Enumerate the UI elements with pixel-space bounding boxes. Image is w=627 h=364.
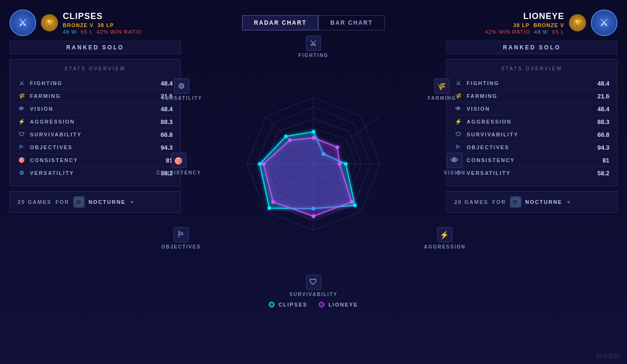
farming-axis-icon: 🌾	[434, 78, 450, 94]
radar-container: ⚔ FIGHTING 🌾 FARMING 👁 VISION ⚡ AGGRESSI…	[199, 50, 428, 278]
right-stat-aggression: ⚡ AGGRESSION 88.3	[454, 115, 609, 128]
right-games-footer: 20 GAMES FOR 🌑 NOCTURNE ▼	[446, 191, 617, 213]
right-stat-survivability-value: 66.8	[598, 131, 609, 138]
left-stat-versatility: ⚙ VERSATILITY 58.2	[18, 167, 173, 179]
right-stats-box: STATS OVERVIEW ⚔ FIGHTING 48.4 🌾 FARMING…	[446, 59, 617, 186]
svg-point-27	[350, 200, 353, 204]
player1-stats: 48 W 65 L 42% WIN RATIO	[63, 29, 142, 35]
right-stat-objectives: 🏳 OBJECTIVES 94.3	[454, 141, 609, 154]
tab-radar-chart[interactable]: RADAR CHART	[242, 15, 319, 30]
svg-point-30	[262, 162, 265, 166]
legend-player2-label: LIONEYE	[328, 302, 358, 307]
axis-vision: 👁 VISION	[444, 153, 466, 175]
left-stat-versatility-label: VERSATILITY	[30, 170, 74, 176]
player2-section: ⚔ 🏆 LIONEYE 38 LP BRONZE V 42% WIN RATIO…	[485, 10, 617, 36]
right-stat-objectives-label: OBJECTIVES	[467, 144, 509, 150]
left-stat-fighting: ⚔ FIGHTING 48.4	[18, 77, 173, 90]
survivability-icon-left: 🛡	[18, 130, 26, 139]
content-area: RANKED SOLO STATS OVERVIEW ⚔ FIGHTING 48…	[10, 41, 617, 359]
left-ranked-solo-label: RANKED SOLO	[10, 41, 181, 54]
tab-bar-chart[interactable]: BAR CHART	[318, 15, 384, 30]
player1-name: CLIPSES	[63, 11, 142, 21]
legend-player1: CLIPSES	[269, 302, 307, 307]
svg-point-21	[258, 162, 262, 166]
right-games-count: 20 GAMES	[454, 199, 489, 205]
left-stat-aggression-label: AGGRESSION	[30, 119, 75, 125]
svg-point-25	[335, 145, 339, 149]
left-stat-vision-value: 48.4	[161, 105, 173, 113]
objectives-icon-left: 🏳	[18, 143, 26, 152]
right-stat-versatility: ⚙ VERSATILITY 58.2	[454, 167, 609, 179]
left-stat-vision-label: VISION	[30, 106, 53, 112]
left-stat-vision: 👁 VISION 48.4	[18, 103, 173, 115]
farming-icon-left: 🌾	[18, 92, 26, 100]
svg-point-26	[338, 162, 342, 166]
left-stat-survivability-label: SURVIVABILITY	[30, 132, 82, 137]
player1-section: ⚔ 🏆 CLIPSES BRONZE V 38 LP 48 W 65 L 42%…	[10, 10, 142, 36]
legend-player2: LIONEYE	[319, 302, 358, 307]
axis-farming: 🌾 FARMING	[428, 78, 456, 101]
radar-svg	[199, 50, 428, 278]
right-stat-farming-value: 21.6	[598, 93, 609, 100]
player2-info: LIONEYE 38 LP BRONZE V 42% WIN RATIO 48 …	[485, 11, 564, 35]
left-stat-survivability-value: 66.8	[161, 131, 173, 138]
vision-axis-icon: 👁	[447, 153, 462, 168]
left-dropdown-arrow[interactable]: ▼	[129, 200, 135, 205]
versatility-axis-icon: ⚙	[174, 78, 189, 94]
svg-point-15	[312, 130, 315, 134]
right-dropdown-arrow[interactable]: ▼	[566, 200, 572, 205]
fighting-icon-left: ⚔	[18, 79, 26, 87]
svg-point-17	[344, 162, 348, 166]
right-stat-survivability-label: SURVIVABILITY	[467, 132, 519, 137]
right-stat-farming: 🌾 FARMING 21.6	[454, 90, 609, 103]
survivability-icon-right: 🛡	[454, 130, 463, 139]
aggression-icon-left: ⚡	[18, 117, 26, 126]
left-stat-farming-label: FARMING	[30, 93, 61, 99]
player1-info: CLIPSES BRONZE V 38 LP 48 W 65 L 42% WIN…	[63, 11, 142, 35]
consistency-axis-icon: 🎯	[171, 153, 186, 168]
right-stats-panel: RANKED SOLO STATS OVERVIEW ⚔ FIGHTING 48…	[446, 41, 617, 213]
radar-chart-area: ⚔ FIGHTING 🌾 FARMING 👁 VISION ⚡ AGGRESSI…	[181, 41, 446, 316]
right-stat-farming-label: FARMING	[467, 93, 498, 99]
left-stat-aggression-value: 88.3	[161, 118, 173, 125]
player2-avatar: ⚔	[591, 10, 617, 36]
chart-tabs: RADAR CHART BAR CHART	[242, 15, 385, 30]
consistency-icon-left: 🎯	[18, 156, 26, 164]
svg-point-20	[267, 206, 271, 210]
left-stat-objectives-value: 94.3	[161, 144, 173, 151]
left-stat-fighting-label: FIGHTING	[30, 80, 63, 86]
right-stat-vision-label: VISION	[467, 106, 490, 112]
vision-icon-right: 👁	[454, 105, 463, 113]
left-champ-name: NOCTURNE	[88, 199, 126, 205]
right-stat-survivability: 🛡 SURVIVABILITY 66.8	[454, 128, 609, 141]
main-container: ⚔ 🏆 CLIPSES BRONZE V 38 LP 48 W 65 L 42%…	[0, 0, 627, 364]
right-stat-fighting: ⚔ FIGHTING 48.4	[454, 77, 609, 90]
axis-survivability: 🛡 SURVIVABILITY	[289, 275, 337, 297]
chart-legend: CLIPSES LIONEYE	[269, 302, 358, 307]
aggression-axis-icon: ⚡	[437, 227, 452, 242]
right-stat-aggression-label: AGGRESSION	[467, 119, 512, 125]
axis-aggression: ⚡ AGGRESSION	[424, 227, 466, 249]
player2-name: LIONEYE	[523, 11, 564, 21]
legend-dot-purple	[319, 302, 324, 307]
left-games-footer: 20 GAMES FOR 🌑 NOCTURNE ▼	[10, 191, 181, 213]
watermark: 时光若刻	[597, 352, 619, 360]
right-stat-fighting-label: FIGHTING	[467, 80, 500, 86]
legend-player1-label: CLIPSES	[278, 302, 307, 307]
left-stats-box: STATS OVERVIEW ⚔ FIGHTING 48.4 🌾 FARMING…	[10, 59, 181, 186]
right-stat-objectives-value: 94.3	[598, 144, 609, 151]
player1-avatar: ⚔	[10, 10, 36, 36]
right-stat-consistency-value: 81	[603, 157, 609, 164]
svg-point-28	[312, 214, 315, 218]
versatility-icon-left: ⚙	[18, 169, 26, 177]
right-champ-name: NOCTURNE	[525, 199, 562, 205]
right-stat-versatility-value: 58.2	[598, 170, 609, 177]
vision-icon-left: 👁	[18, 105, 26, 113]
right-stat-consistency: 🎯 CONSISTENCY 81	[454, 154, 609, 167]
right-stat-consistency-label: CONSISTENCY	[467, 157, 515, 163]
player2-stats: 42% WIN RATIO 48 W 65 L	[485, 29, 564, 35]
header: ⚔ 🏆 CLIPSES BRONZE V 38 LP 48 W 65 L 42%…	[10, 10, 617, 36]
svg-point-22	[284, 134, 288, 138]
aggression-icon-right: ⚡	[454, 117, 463, 126]
right-stats-overview-title: STATS OVERVIEW	[454, 66, 609, 71]
